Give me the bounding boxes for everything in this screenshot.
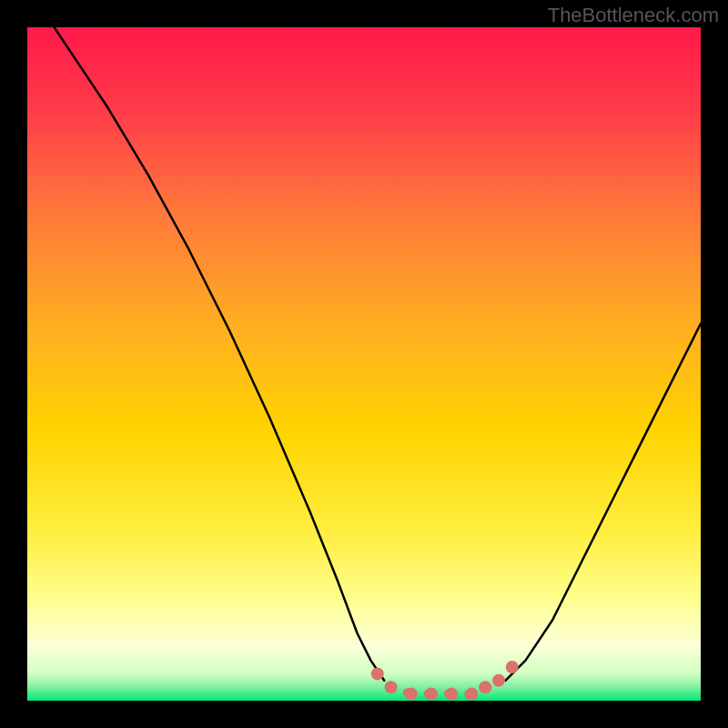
gradient-background [27, 27, 701, 701]
chart-plot-area [27, 27, 701, 701]
watermark-text: TheBottleneck.com [548, 4, 719, 27]
chart-svg [27, 27, 701, 701]
